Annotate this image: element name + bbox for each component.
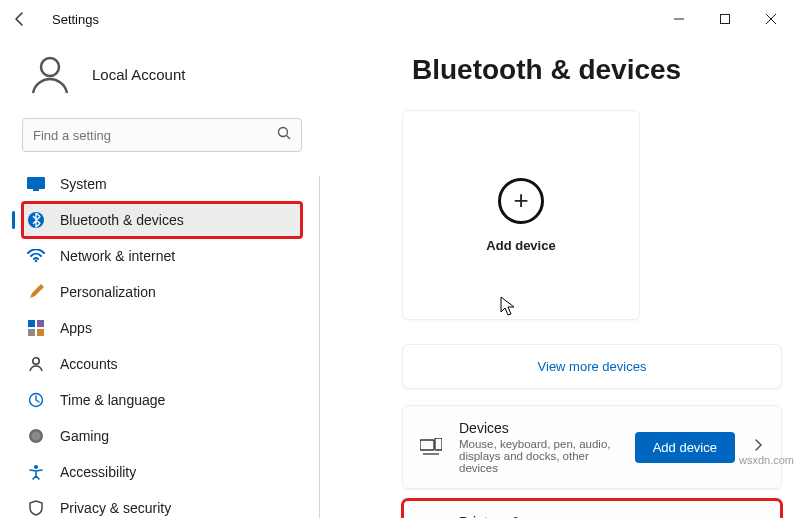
titlebar: Settings (0, 0, 800, 38)
svg-rect-18 (420, 440, 434, 450)
view-more-label: View more devices (538, 359, 647, 374)
search-icon (277, 126, 291, 144)
nav-time-language[interactable]: Time & language (22, 382, 302, 418)
add-device-button[interactable]: Add device (635, 432, 735, 463)
nav-label: Personalization (60, 284, 156, 300)
brush-icon (26, 282, 46, 302)
page-title: Bluetooth & devices (412, 54, 772, 86)
wifi-icon (26, 246, 46, 266)
accessibility-icon (26, 462, 46, 482)
svg-rect-12 (37, 329, 44, 336)
svg-rect-11 (28, 329, 35, 336)
watermark: wsxdn.com (739, 454, 794, 466)
person-icon (26, 354, 46, 374)
plus-icon: + (498, 178, 544, 224)
mouse-cursor-icon (500, 296, 516, 320)
nav-list: System Bluetooth & devices Network & int… (22, 166, 302, 518)
search-input[interactable] (33, 128, 277, 143)
nav-label: Accounts (60, 356, 118, 372)
gaming-icon (26, 426, 46, 446)
nav-system[interactable]: System (22, 166, 302, 202)
svg-line-4 (287, 136, 291, 140)
svg-point-2 (41, 58, 59, 76)
devices-icon (419, 435, 443, 459)
nav-accounts[interactable]: Accounts (22, 346, 302, 382)
svg-point-3 (279, 128, 288, 137)
nav-apps[interactable]: Apps (22, 310, 302, 346)
account-name: Local Account (92, 66, 185, 83)
nav-network[interactable]: Network & internet (22, 238, 302, 274)
row-title: Devices (459, 420, 619, 436)
bluetooth-icon (26, 210, 46, 230)
svg-point-17 (34, 465, 38, 469)
row-devices[interactable]: Devices Mouse, keyboard, pen, audio, dis… (402, 405, 782, 489)
apps-icon (26, 318, 46, 338)
svg-rect-5 (27, 177, 45, 189)
nav-label: Gaming (60, 428, 109, 444)
nav-bluetooth-devices[interactable]: Bluetooth & devices (22, 202, 302, 238)
add-device-tile[interactable]: + Add device (402, 110, 640, 320)
account-block[interactable]: Local Account (26, 50, 302, 98)
view-more-devices[interactable]: View more devices (402, 344, 782, 389)
sidebar-divider (319, 176, 320, 518)
nav-label: Bluetooth & devices (60, 212, 184, 228)
row-subtitle: Mouse, keyboard, pen, audio, displays an… (459, 438, 619, 474)
clock-globe-icon (26, 390, 46, 410)
svg-rect-6 (33, 189, 39, 191)
maximize-button[interactable] (702, 3, 748, 35)
system-icon (26, 174, 46, 194)
row-title: Printers & scanners (459, 514, 735, 518)
nav-privacy-security[interactable]: Privacy & security (22, 490, 302, 518)
nav-label: Privacy & security (60, 500, 171, 516)
svg-point-16 (32, 432, 41, 441)
nav-label: System (60, 176, 107, 192)
close-button[interactable] (748, 3, 794, 35)
svg-point-8 (35, 260, 38, 263)
nav-label: Network & internet (60, 248, 175, 264)
add-device-label: Add device (486, 238, 555, 253)
avatar-icon (26, 50, 74, 98)
minimize-button[interactable] (656, 3, 702, 35)
svg-point-13 (33, 358, 39, 364)
back-button[interactable] (6, 5, 34, 33)
nav-personalization[interactable]: Personalization (22, 274, 302, 310)
nav-gaming[interactable]: Gaming (22, 418, 302, 454)
nav-label: Accessibility (60, 464, 136, 480)
svg-rect-19 (435, 438, 442, 450)
svg-rect-1 (721, 15, 730, 24)
shield-icon (26, 498, 46, 518)
sidebar: Local Account System Bluetooth & devices… (0, 38, 320, 518)
nav-label: Apps (60, 320, 92, 336)
row-printers-scanners[interactable]: Printers & scanners Preferences, trouble… (402, 499, 782, 518)
search-box[interactable] (22, 118, 302, 152)
nav-label: Time & language (60, 392, 165, 408)
content-pane: Bluetooth & devices + Add device View mo… (320, 38, 800, 518)
window-title: Settings (52, 12, 99, 27)
nav-accessibility[interactable]: Accessibility (22, 454, 302, 490)
svg-rect-10 (37, 320, 44, 327)
svg-rect-9 (28, 320, 35, 327)
